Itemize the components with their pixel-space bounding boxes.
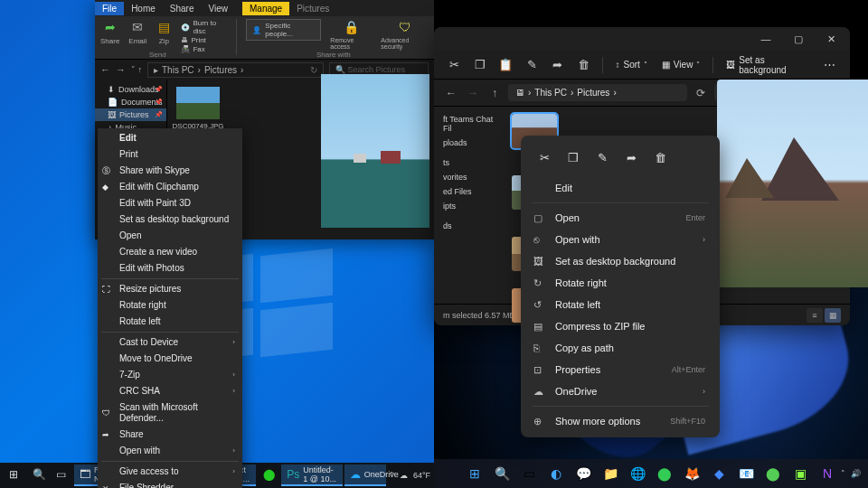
set-background-button[interactable]: 🖼Set as background xyxy=(721,55,815,75)
nav-back[interactable]: ← xyxy=(443,87,459,99)
ctx-onedrive[interactable]: ☁OneDrive› xyxy=(526,380,714,402)
ctx-give-access[interactable]: Give access to› xyxy=(98,464,242,480)
ctx-compress-zip[interactable]: ▤Compress to ZIP file xyxy=(526,315,714,337)
tab-share[interactable]: Share xyxy=(163,2,202,15)
tb-app[interactable]: ⬤ xyxy=(258,465,279,486)
ctx-rotate-right[interactable]: ↻Rotate right xyxy=(526,272,714,294)
copy-button[interactable]: ❐ xyxy=(469,53,492,77)
ctx-share-skype[interactable]: ⓈShare with Skype xyxy=(98,163,242,179)
ctx-edit-photos[interactable]: Edit with Photos xyxy=(98,260,242,277)
ctx-paint3d[interactable]: Edit with Paint 3D xyxy=(98,195,242,211)
tb-widgets[interactable]: ◐ xyxy=(544,462,568,485)
tb-system-tray[interactable]: ˄☁64°F xyxy=(390,471,430,480)
delete-button[interactable]: 🗑 xyxy=(572,53,595,77)
tb-app[interactable]: N xyxy=(816,462,839,485)
ctx-show-more[interactable]: ⊕Show more optionsShift+F10 xyxy=(526,410,714,432)
close-button[interactable]: ✕ xyxy=(816,29,846,49)
tb-edge[interactable]: 🌐 xyxy=(626,462,649,485)
tb-app[interactable]: ◆ xyxy=(707,462,731,485)
tb-search[interactable]: 🔍 xyxy=(490,462,514,485)
ctx-clipchamp[interactable]: ◆Edit with Clipchamp xyxy=(98,179,242,195)
tab-manage[interactable]: Manage xyxy=(242,2,289,15)
tb-app[interactable]: ▣ xyxy=(788,462,812,485)
ctx-cast[interactable]: Cast to Device› xyxy=(98,334,242,351)
tb-chat[interactable]: 💬 xyxy=(571,462,595,485)
tb-app[interactable]: ⬤ xyxy=(653,462,676,485)
side-item[interactable]: ipts xyxy=(434,199,505,213)
refresh-icon[interactable]: ↻ xyxy=(310,65,317,75)
side-downloads[interactable]: ⬇Downloads📌 xyxy=(95,83,166,96)
side-pictures[interactable]: 🖼Pictures📌 xyxy=(95,108,166,121)
ribbon-remove-access[interactable]: 🔒Remove access xyxy=(330,19,372,50)
nav-up[interactable]: ↑ xyxy=(486,87,503,99)
ctx-rename[interactable]: ✎ xyxy=(590,145,615,170)
tb-app[interactable]: ☁OneDrive xyxy=(344,465,386,486)
ctx-create-video[interactable]: Create a new video xyxy=(98,244,242,260)
ctx-delete[interactable]: 🗑 xyxy=(647,145,673,170)
tab-view[interactable]: View xyxy=(202,2,236,15)
ctx-rotate-left[interactable]: Rotate left xyxy=(98,314,242,330)
ctx-copy-path[interactable]: ⎘Copy as path xyxy=(526,337,714,359)
tb-app[interactable]: PsUntitled-1 @ 10... xyxy=(281,465,343,486)
sort-dropdown[interactable]: ↕Sort˅ xyxy=(610,60,653,70)
ctx-7zip[interactable]: 7-Zip› xyxy=(98,367,242,383)
ctx-open[interactable]: ▢OpenEnter xyxy=(526,207,714,229)
tb-system-tray[interactable]: ˄🔊 xyxy=(841,469,861,478)
side-documents[interactable]: 📄Documents📌 xyxy=(95,96,166,108)
nav-back[interactable]: ← xyxy=(100,64,110,75)
view-dropdown[interactable]: ▦View˅ xyxy=(656,60,706,70)
maximize-button[interactable]: ▢ xyxy=(783,29,814,49)
ctx-copy[interactable]: ❐ xyxy=(561,145,586,170)
ctx-properties[interactable]: ⊡PropertiesAlt+Enter xyxy=(526,359,714,380)
tab-file[interactable]: File xyxy=(95,2,124,15)
tab-home[interactable]: Home xyxy=(124,2,163,15)
rename-button[interactable]: ✎ xyxy=(521,53,543,77)
ribbon-specific-people[interactable]: 👤Specific people... xyxy=(246,19,321,41)
more-button[interactable]: ⋯ xyxy=(818,53,841,77)
ctx-resize[interactable]: ⛶Resize pictures xyxy=(98,281,242,297)
ctx-open-with[interactable]: ⎋Open with› xyxy=(526,229,714,250)
tb-app[interactable]: 🦊 xyxy=(680,462,703,485)
ribbon-burn[interactable]: 💿Burn to disc xyxy=(181,19,227,35)
ctx-open[interactable]: Open xyxy=(98,228,242,244)
ctx-print[interactable]: Print xyxy=(98,146,242,163)
ctx-share[interactable]: ➦ xyxy=(618,145,644,170)
ribbon-advanced-security[interactable]: 🛡Advanced security xyxy=(381,19,429,50)
tb-taskview[interactable]: ▭ xyxy=(517,462,541,485)
share-button[interactable]: ➦ xyxy=(546,53,569,77)
side-item[interactable]: ed Files xyxy=(434,184,505,199)
ctx-cut[interactable]: ✂ xyxy=(532,145,557,170)
side-item[interactable]: ts xyxy=(434,155,505,170)
tb-search[interactable]: 🔍 xyxy=(27,465,49,486)
ctx-rotate-right[interactable]: Rotate right xyxy=(98,297,242,314)
ribbon-share-button[interactable]: ➦Share xyxy=(100,19,119,45)
nav-up[interactable]: ˅ ↑ xyxy=(131,65,142,74)
ctx-defender[interactable]: 🛡Scan with Microsoft Defender... xyxy=(98,399,242,427)
ctx-rotate-left[interactable]: ↺Rotate left xyxy=(526,294,714,315)
tb-app[interactable]: 📧 xyxy=(734,462,758,485)
ctx-set-background[interactable]: Set as desktop background xyxy=(98,211,242,228)
side-item[interactable]: ploads xyxy=(434,136,505,150)
refresh-icon[interactable]: ⟳ xyxy=(693,87,709,99)
ctx-open-with[interactable]: Open with› xyxy=(98,443,242,459)
file-thumb[interactable]: DSC00749.JPG xyxy=(175,87,222,130)
ctx-onedrive[interactable]: Move to OneDrive xyxy=(98,351,242,367)
tb-taskview[interactable]: ▭ xyxy=(51,465,72,486)
tb-start[interactable]: ⊞ xyxy=(4,465,25,486)
minimize-button[interactable]: — xyxy=(750,29,781,49)
side-item[interactable]: vorites xyxy=(434,170,505,184)
ctx-file-shredder[interactable]: ⨯File Shredder xyxy=(98,480,242,488)
nav-fwd[interactable]: → xyxy=(116,64,126,75)
tb-start[interactable]: ⊞ xyxy=(463,462,486,485)
side-item[interactable]: ft Teams Chat Fil xyxy=(434,112,505,136)
breadcrumb[interactable]: ▸This PC›Pictures› ↻ xyxy=(147,62,324,78)
ctx-crc[interactable]: CRC SHA› xyxy=(98,383,242,399)
ctx-edit[interactable]: Edit xyxy=(98,130,242,146)
ribbon-print[interactable]: 🖶Print xyxy=(181,36,227,44)
cut-button[interactable]: ✂ xyxy=(443,53,466,77)
ctx-set-background[interactable]: 🖼Set as desktop background xyxy=(526,250,714,272)
ribbon-zip-button[interactable]: ▤Zip xyxy=(156,19,172,45)
nav-fwd[interactable]: → xyxy=(465,87,481,99)
side-item[interactable]: ds xyxy=(434,219,505,233)
breadcrumb[interactable]: 🖥›This PC›Pictures› xyxy=(508,84,687,101)
